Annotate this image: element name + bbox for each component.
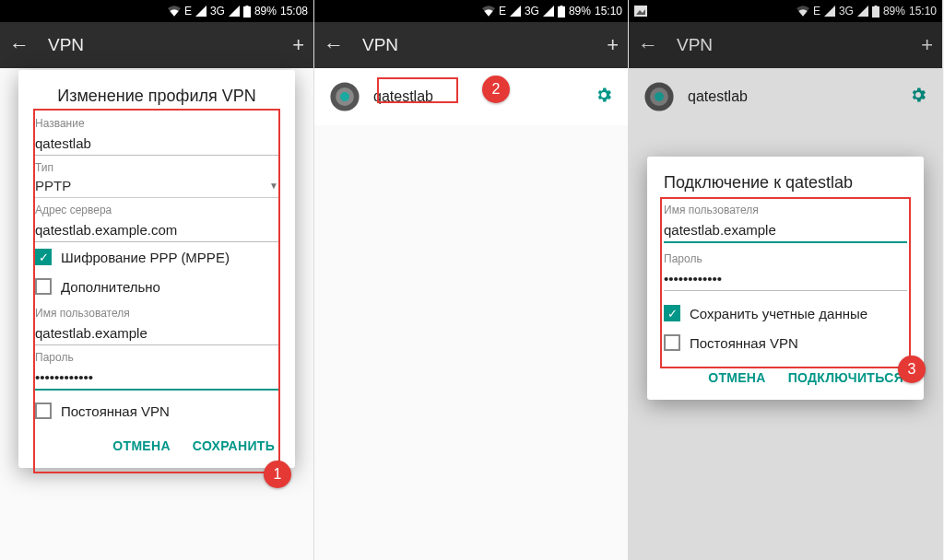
network-3g: 3G xyxy=(839,5,854,18)
page-title: VPN xyxy=(48,35,274,55)
phone-2-vpn-list: E 3G 89% 15:10 ← VPN + qatestlab 2 xyxy=(314,0,629,560)
permanent-checkbox-row[interactable]: Постоянная VPN xyxy=(664,328,907,357)
signal-icon-2 xyxy=(229,6,240,17)
signal-icon xyxy=(195,6,206,17)
permanent-checkbox-row[interactable]: Постоянная VPN xyxy=(35,396,278,426)
vpn-settings-gear-icon[interactable] xyxy=(595,86,613,109)
advanced-label: Дополнительно xyxy=(61,279,160,295)
dialog-actions: ОТМЕНА ПОДКЛЮЧИТЬСЯ xyxy=(664,357,907,391)
step-badge-2: 2 xyxy=(482,76,510,103)
vpn-settings-gear-icon[interactable] xyxy=(909,86,927,109)
pass-input[interactable] xyxy=(664,265,907,291)
battery-pct: 89% xyxy=(569,5,591,18)
user-input[interactable] xyxy=(35,320,278,345)
checkbox-icon xyxy=(35,278,52,295)
svg-point-13 xyxy=(655,92,664,101)
signal-icon xyxy=(510,6,521,17)
wifi-icon xyxy=(796,6,809,17)
svg-point-6 xyxy=(340,92,349,101)
phone-1-edit-profile: E 3G 89% 15:08 ← VPN + Изменение профиля… xyxy=(0,0,314,560)
battery-icon xyxy=(872,6,879,18)
server-input[interactable] xyxy=(35,216,278,242)
connect-dialog: Подключение к qatestlab Имя пользователя… xyxy=(647,157,924,400)
phone-3-connect-dialog: E 3G 89% 15:10 ← VPN + qatestlab Подключ… xyxy=(629,0,943,560)
pass-label: Пароль xyxy=(664,252,907,265)
status-bar: E 3G 89% 15:08 xyxy=(0,0,313,22)
checkbox-checked-icon: ✓ xyxy=(35,249,52,265)
signal-icon-2 xyxy=(543,6,554,17)
vpn-entry-name: qatestlab xyxy=(373,88,582,105)
vpn-entry-name: qatestlab xyxy=(688,88,896,105)
vpn-list-item[interactable]: qatestlab xyxy=(629,68,942,125)
page-title: VPN xyxy=(677,35,903,55)
pass-label: Пароль xyxy=(35,351,278,364)
checkbox-icon xyxy=(664,334,680,351)
network-3g: 3G xyxy=(525,5,539,18)
signal-icon xyxy=(824,6,835,17)
dialog-title: Подключение к qatestlab xyxy=(664,173,907,192)
checkbox-checked-icon: ✓ xyxy=(664,305,680,321)
name-input[interactable] xyxy=(35,130,278,156)
server-label: Адрес сервера xyxy=(35,204,278,216)
back-icon[interactable]: ← xyxy=(324,33,344,57)
status-bar: E 3G 89% 15:10 xyxy=(314,0,628,22)
clock: 15:10 xyxy=(909,5,937,18)
battery-icon xyxy=(243,6,251,18)
svg-rect-0 xyxy=(243,6,251,18)
app-header: ← VPN + xyxy=(0,22,313,68)
save-cred-label: Сохранить учетные данные xyxy=(690,306,867,321)
battery-icon xyxy=(558,6,565,18)
dialog-title: Изменение профиля VPN xyxy=(35,87,278,106)
type-value: PPTP xyxy=(35,178,269,193)
user-label: Имя пользователя xyxy=(664,204,907,216)
network-e: E xyxy=(184,5,192,18)
svg-rect-9 xyxy=(872,6,879,18)
ppp-checkbox-row[interactable]: ✓ Шифрование PPP (MPPE) xyxy=(35,242,278,272)
clock: 15:08 xyxy=(280,5,308,18)
back-icon[interactable]: ← xyxy=(638,33,658,57)
name-label: Название xyxy=(35,117,278,130)
vpn-gear-icon xyxy=(643,81,675,112)
svg-rect-1 xyxy=(245,6,248,7)
network-e: E xyxy=(499,5,506,18)
type-label: Тип xyxy=(35,161,278,174)
vpn-gear-icon xyxy=(329,81,360,112)
app-header: ← VPN + xyxy=(629,22,942,68)
signal-icon-2 xyxy=(857,6,868,17)
wifi-icon xyxy=(168,6,181,17)
status-bar: E 3G 89% 15:10 xyxy=(629,0,942,22)
cancel-button[interactable]: ОТМЕНА xyxy=(708,370,765,385)
add-icon[interactable]: + xyxy=(921,33,933,57)
network-3g: 3G xyxy=(210,5,225,18)
perm-label: Постоянная VPN xyxy=(690,335,798,351)
save-cred-checkbox-row[interactable]: ✓ Сохранить учетные данные xyxy=(664,298,907,328)
vpn-list-item[interactable]: qatestlab xyxy=(314,68,628,125)
dialog-actions: ОТМЕНА СОХРАНИТЬ xyxy=(35,426,278,459)
advanced-checkbox-row[interactable]: Дополнительно xyxy=(35,272,278,301)
user-input[interactable] xyxy=(664,216,907,243)
clock: 15:10 xyxy=(595,5,622,18)
connect-button[interactable]: ПОДКЛЮЧИТЬСЯ xyxy=(788,370,903,385)
wifi-icon xyxy=(482,6,495,17)
back-icon[interactable]: ← xyxy=(9,33,30,57)
svg-rect-2 xyxy=(558,6,565,18)
type-select[interactable]: PPTP ▼ xyxy=(35,174,278,198)
pass-input[interactable] xyxy=(35,364,278,391)
battery-pct: 89% xyxy=(254,5,277,18)
user-label: Имя пользователя xyxy=(35,307,278,320)
save-button[interactable]: СОХРАНИТЬ xyxy=(193,438,275,453)
step-badge-1: 1 xyxy=(264,461,291,488)
battery-pct: 89% xyxy=(883,5,905,18)
edit-profile-dialog: Изменение профиля VPN Название Тип PPTP … xyxy=(18,70,295,468)
step-badge-3: 3 xyxy=(898,356,926,383)
perm-label: Постоянная VPN xyxy=(61,403,170,419)
add-icon[interactable]: + xyxy=(607,33,619,57)
add-icon[interactable]: + xyxy=(292,33,304,57)
svg-rect-10 xyxy=(874,6,877,7)
ppp-label: Шифрование PPP (MPPE) xyxy=(61,250,230,265)
cancel-button[interactable]: ОТМЕНА xyxy=(112,438,170,453)
svg-rect-3 xyxy=(560,6,562,7)
network-e: E xyxy=(813,5,820,18)
chevron-down-icon: ▼ xyxy=(269,181,278,191)
app-header: ← VPN + xyxy=(314,22,628,68)
